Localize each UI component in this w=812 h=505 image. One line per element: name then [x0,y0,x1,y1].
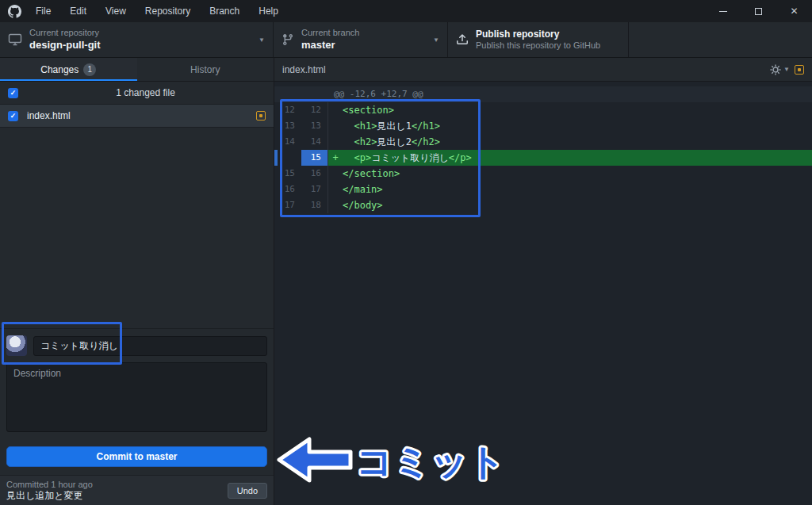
menu-file[interactable]: File [26,0,60,22]
chevron-down-icon: ▼ [259,36,265,44]
diff-row[interactable]: 1212<section> [274,102,812,118]
maximize-button[interactable] [741,0,776,22]
upload-icon [456,33,469,46]
diff-marker [328,197,343,213]
menu-repository[interactable]: Repository [136,0,200,22]
branch-icon [282,33,294,46]
branch-label: Current branch [301,28,359,39]
repository-name: design-pull-git [29,39,101,52]
diff-row[interactable]: 1617</main> [274,182,812,197]
code-line: </section> [343,166,400,182]
maximize-icon [755,8,762,15]
file-row-index-html[interactable]: index.html [0,105,274,128]
commit-summary-input[interactable] [33,336,267,356]
diff-row[interactable]: 1718</body> [274,197,812,213]
modified-file-icon [256,111,266,121]
branch-name: master [301,39,359,52]
code-line: <p>コミット取り消し</p> [343,150,472,166]
repository-text: Current repository design-pull-git [29,28,101,52]
new-line-number: 14 [301,134,328,150]
old-line-number: 14 [274,134,301,150]
select-all-checkbox[interactable] [8,88,18,98]
avatar [6,335,27,356]
hunk-header: @@ -12,6 +12,7 @@ [274,86,812,102]
last-commit-time: Committed 1 hour ago [6,479,93,490]
chevron-down-icon: ▼ [433,36,439,44]
sidebar: Changes 1 History 1 changed file index.h… [0,58,274,505]
diff-marker [328,166,343,182]
minimize-icon [719,11,727,12]
toolbar-spacer [629,22,812,57]
diff-marker [328,134,343,150]
menu-edit[interactable]: Edit [60,0,96,22]
old-line-number: 17 [274,197,301,213]
publish-subtitle: Publish this repository to GitHub [476,40,600,52]
changed-files-header: 1 changed file [0,82,274,105]
publish-text: Publish repository Publish this reposito… [476,29,600,52]
diff-row[interactable]: 15+ <p>コミット取り消し</p> [274,150,812,166]
current-repository-selector[interactable]: Current repository design-pull-git ▼ [0,22,274,57]
code-line: <section> [343,102,394,118]
toolbar: Current repository design-pull-git ▼ Cur… [0,22,812,58]
chevron-down-icon: ▼ [783,66,790,73]
diff-row[interactable]: 1414 <h2>見出し2</h2> [274,134,812,150]
file-list-empty-area [0,128,274,328]
commit-button[interactable]: Commit to master [6,446,267,467]
new-line-number: 12 [301,102,328,118]
tab-history[interactable]: History [137,58,274,81]
diff-file-header: index.html ▼ [274,58,812,82]
commit-form: Commit to master [0,328,274,475]
publish-repository-button[interactable]: Publish repository Publish this reposito… [448,22,629,57]
github-logo-icon [8,5,21,18]
minimize-button[interactable] [705,0,741,22]
old-line-number: 16 [274,182,301,197]
last-commit-message: 見出し追加と変更 [6,490,93,503]
diff-marker [328,118,343,134]
modified-file-icon [795,65,804,75]
sidebar-tabs: Changes 1 History [0,58,274,82]
menu-bar: File Edit View Repository Branch Help ✕ [0,0,812,22]
old-line-number: 15 [274,166,301,182]
diff-file-name: index.html [282,64,326,75]
diff-marker [328,182,343,197]
new-line-number: 18 [301,197,328,213]
code-line: <h1>見出し1</h1> [343,118,440,134]
new-line-number: 16 [301,166,328,182]
menu-branch[interactable]: Branch [200,0,249,22]
new-line-number: 15 [301,150,328,166]
diff-marker: + [328,150,343,166]
code-line: </body> [343,197,383,213]
file-checkbox[interactable] [8,111,18,121]
old-line-number [274,150,301,166]
diff-lines: 1212<section>1313 <h1>見出し1</h1>1414 <h2>… [274,102,812,213]
publish-title: Publish repository [476,29,600,40]
menu-view[interactable]: View [96,0,136,22]
changed-files-summary: 1 changed file [25,87,266,98]
window-controls: ✕ [705,0,812,22]
diff-view: @@ -12,6 +12,7 @@ 1212<section>1313 <h1>… [274,82,812,505]
diff-options-button[interactable]: ▼ [770,64,790,75]
diff-row[interactable]: 1516</section> [274,166,812,182]
old-line-number: 12 [274,102,301,118]
close-button[interactable]: ✕ [776,0,812,22]
new-line-number: 13 [301,118,328,134]
tab-changes[interactable]: Changes 1 [0,58,137,81]
current-branch-selector[interactable]: Current branch master ▼ [274,22,448,57]
branch-text: Current branch master [301,28,359,52]
github-desktop-window: File Edit View Repository Branch Help ✕ … [0,0,812,505]
last-commit-bar: Committed 1 hour ago 見出し追加と変更 Undo [0,475,274,505]
old-line-number: 13 [274,118,301,134]
gear-icon [770,64,781,75]
repository-icon [8,33,22,46]
tab-changes-label: Changes [40,64,79,75]
new-line-number: 17 [301,182,328,197]
undo-button[interactable]: Undo [228,483,267,499]
code-line: <h2>見出し2</h2> [343,134,440,150]
commit-description-input[interactable] [6,362,267,432]
diff-panel: index.html ▼ @@ -12,6 +12,7 @@ 1212<sect… [274,58,812,505]
diff-marker [328,102,343,118]
menu-help[interactable]: Help [249,0,288,22]
diff-row[interactable]: 1313 <h1>見出し1</h1> [274,118,812,134]
repository-label: Current repository [29,28,101,39]
file-name: index.html [27,110,71,121]
